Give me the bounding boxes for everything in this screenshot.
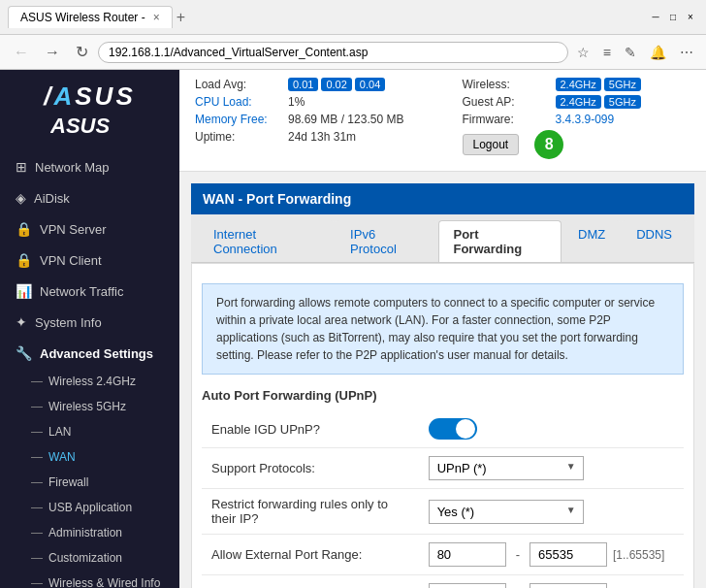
sidebar-sub-customization[interactable]: — Customization (0, 545, 179, 571)
tab-ddns[interactable]: DDNS (622, 220, 687, 262)
section-title: Auto Port Forwarding (UPnP) (202, 388, 684, 403)
field-label-restrict-ip: Restrict forwarding rules only to their … (202, 489, 419, 535)
sidebar-navigation: ⊞ Network Map ◈ AiDisk 🔒 VPN Server 🔒 VP… (0, 147, 179, 588)
sidebar-label-lan: LAN (48, 425, 71, 439)
sidebar-item-system-info[interactable]: ✦ System Info (0, 307, 179, 338)
advanced-settings-icon: 🔧 (16, 345, 32, 361)
address-bar[interactable] (98, 42, 568, 63)
sidebar-item-network-map[interactable]: ⊞ Network Map (0, 151, 179, 182)
stat-row-guest-ap: Guest AP: 2.4GHz 5GHz (463, 95, 691, 109)
sidebar-sub-wireless-wired-info[interactable]: — Wireless & Wired Info (0, 571, 179, 588)
sidebar-label-wireless-wired-info: Wireless & Wired Info (48, 576, 160, 588)
select-support-protocols[interactable]: UPnP (*)UPnPNAT-PMPBoth (429, 456, 584, 480)
sidebar-sub-usb-application[interactable]: — USB Application (0, 495, 179, 520)
main-container: /ASUS ASUS ⊞ Network Map ◈ AiDisk 🔒 V (0, 70, 706, 588)
range-sep-external: - (512, 547, 524, 562)
logout-btn[interactable]: Logout (463, 134, 520, 155)
uptime-val: 24d 13h 31m (288, 130, 356, 144)
guest-ap-2g-badge: 2.4GHz (556, 95, 601, 109)
sidebar-item-advanced-settings[interactable]: 🔧 Advanced Settings (0, 338, 179, 369)
stat-row-firmware: Firmware: 3.4.3.9-099 (463, 113, 691, 126)
toggle-igdupnp[interactable] (429, 418, 477, 440)
sidebar-sub-wireless-24[interactable]: — Wireless 2.4GHz (0, 369, 179, 394)
hint-external-port: [1..65535] (613, 548, 664, 562)
field-value-restrict-ip: Yes (*)YesNo (429, 500, 674, 524)
input-internal-port-to[interactable] (530, 583, 607, 588)
load-avg-badges: 0.01 0.02 0.04 (288, 78, 385, 91)
wireless-badges: 2.4GHz 5GHz (556, 78, 641, 91)
info-box: Port forwarding allows remote computers … (202, 283, 684, 375)
wireless-2g-badge: 2.4GHz (556, 78, 601, 91)
uptime-label: Uptime: (195, 130, 282, 144)
form-row-enable-igdupnp: Enable IGD UPnP? (202, 410, 684, 448)
vpn-server-icon: 🔒 (16, 221, 32, 237)
edit-btn[interactable]: ✎ (620, 43, 641, 62)
stat-row-wireless: Wireless: 2.4GHz 5GHz (463, 78, 691, 91)
notification-badge: 8 (534, 130, 563, 159)
form-row-support-protocols: Support Protocols: UPnP (*)UPnPNAT-PMPBo… (202, 448, 684, 489)
load-avg-val-1: 0.01 (288, 78, 318, 91)
sidebar-logo: /ASUS ASUS (0, 70, 179, 147)
stat-row-load-avg: Load Avg: 0.01 0.02 0.04 (195, 78, 424, 91)
cpu-label: CPU Load: (195, 95, 282, 109)
tab-dmz[interactable]: DMZ (563, 220, 620, 262)
sidebar-label-firewall: Firewall (48, 475, 88, 489)
firmware-label: Firmware: (463, 113, 550, 126)
field-value-external-port-range: - [1..65535] (429, 542, 674, 567)
more-btn[interactable]: ⋯ (675, 43, 698, 62)
input-external-port-to[interactable] (530, 542, 607, 567)
system-info-icon: ✦ (16, 314, 27, 330)
browser-tab[interactable]: ASUS Wireless Router - × (8, 6, 173, 28)
sidebar-sub-wireless-5g[interactable]: — Wireless 5GHz (0, 394, 179, 419)
sidebar-item-vpn-client[interactable]: 🔒 VPN Client (0, 245, 179, 276)
sidebar-sub-lan[interactable]: — LAN (0, 419, 179, 444)
sidebar-sub-administration[interactable]: — Administration (0, 520, 179, 545)
stat-row-uptime: Uptime: 24d 13h 31m (195, 130, 424, 144)
form-row-internal-port-range: Allow Internal Port Range: - [1..65535] (202, 575, 684, 589)
sidebar-label-advanced-settings: Advanced Settings (40, 346, 153, 361)
load-avg-label: Load Avg: (195, 78, 282, 91)
svg-text:ASUS: ASUS (50, 115, 110, 137)
add-tab-btn[interactable]: + (176, 9, 185, 26)
firmware-val: 3.4.3.9-099 (556, 113, 615, 126)
bookmark-btn[interactable]: ☆ (572, 43, 594, 62)
select-wrapper-restrict-ip: Yes (*)YesNo (429, 500, 584, 524)
tab-ipv6-protocol[interactable]: IPv6 Protocol (336, 220, 436, 262)
guest-ap-5g-badge: 5GHz (604, 95, 641, 109)
page-content: WAN - Port Forwarding Internet Connectio… (179, 172, 706, 588)
tab-close-btn[interactable]: × (153, 11, 160, 24)
sidebar-sub-wan[interactable]: — WAN (0, 444, 179, 470)
bell-btn[interactable]: 🔔 (645, 43, 671, 62)
menu-btn[interactable]: ≡ (598, 43, 616, 62)
field-label-external-port-range: Allow External Port Range: (202, 535, 419, 575)
sidebar-item-aidisk[interactable]: ◈ AiDisk (0, 182, 179, 213)
tab-internet-connection[interactable]: Internet Connection (199, 220, 334, 262)
sidebar-item-vpn-server[interactable]: 🔒 VPN Server (0, 213, 179, 245)
browser-action-buttons: ☆ ≡ ✎ 🔔 ⋯ (572, 43, 698, 62)
stats-left: Load Avg: 0.01 0.02 0.04 CPU Load: 1% Me… (195, 78, 424, 163)
toggle-knob (456, 419, 475, 439)
select-restrict-ip[interactable]: Yes (*)YesNo (429, 500, 584, 524)
field-label-internal-port-range: Allow Internal Port Range: (202, 575, 419, 589)
close-btn[interactable]: × (683, 10, 698, 25)
minimize-btn[interactable]: ─ (648, 10, 663, 25)
field-value-enable-igdupnp (429, 418, 674, 440)
network-map-icon: ⊞ (16, 159, 27, 175)
content-area: Load Avg: 0.01 0.02 0.04 CPU Load: 1% Me… (179, 70, 706, 588)
tab-title: ASUS Wireless Router - (20, 11, 145, 24)
tab-port-forwarding[interactable]: Port Forwarding (438, 220, 562, 262)
sidebar-sub-firewall[interactable]: — Firewall (0, 470, 179, 495)
wireless-label: Wireless: (463, 78, 550, 91)
forward-btn[interactable]: → (39, 42, 66, 63)
maximize-btn[interactable]: □ (665, 10, 681, 25)
input-external-port-from[interactable] (429, 542, 506, 567)
back-btn[interactable]: ← (8, 42, 35, 63)
sidebar-label-network-traffic: Network Traffic (40, 284, 123, 299)
sidebar-label-administration: Administration (48, 526, 122, 539)
sidebar-label-wan: WAN (48, 450, 76, 464)
refresh-btn[interactable]: ↻ (70, 41, 94, 63)
input-internal-port-from[interactable] (429, 583, 506, 588)
network-traffic-icon: 📊 (16, 283, 32, 299)
sidebar-item-network-traffic[interactable]: 📊 Network Traffic (0, 276, 179, 307)
load-avg-val-2: 0.02 (321, 78, 351, 91)
